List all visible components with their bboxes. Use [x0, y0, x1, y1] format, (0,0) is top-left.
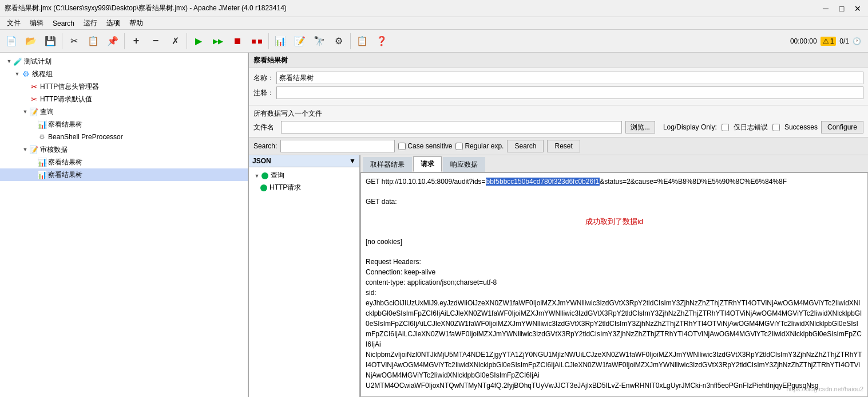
open-button[interactable]: 📂 [22, 32, 40, 50]
tree-item-http-defaults[interactable]: ✂ HTTP请求默认值 [0, 93, 248, 105]
reset-button[interactable]: Reset [547, 140, 580, 152]
dropdown-icon[interactable]: ▼ [349, 157, 356, 165]
results-tree: ▼ 查询 HTTP请求 [249, 167, 359, 196]
tree-item-result-tree-1[interactable]: 📊 察看结果树 [0, 118, 248, 131]
toolbar-sep-3 [187, 33, 187, 49]
tree-item-thread-group[interactable]: ▼ ⚙ 线程组 [0, 68, 248, 80]
results-left-panel: JSON ▼ ▼ 查询 HTTP请求 [249, 155, 360, 397]
settings-button[interactable]: ⚙ [330, 32, 348, 50]
maximize-button[interactable]: □ [836, 3, 847, 14]
save-button[interactable]: 💾 [41, 32, 60, 50]
main-layout: ▼ 🧪 测试计划 ▼ ⚙ 线程组 ✂ HTTP信息头管理器 ✂ HTTP请求默认… [0, 53, 868, 397]
table-button[interactable]: 📋 [353, 32, 371, 50]
run-all-button[interactable]: ▶▶ [209, 32, 227, 50]
toolbar: 📄 📂 💾 ✂ 📋 📌 + − ✗ ▶ ▶▶ ⏹ ⏹⏹ 📊 📝 🔭 ⚙ 📋 ❓ … [0, 30, 868, 53]
warning-icon: ⚠ [823, 37, 829, 45]
log-button[interactable]: 📝 [291, 32, 309, 50]
search-bar: Search: Case sensitive Regular exp. Sear… [249, 137, 868, 155]
remove-button[interactable]: − [146, 32, 165, 50]
report-button[interactable]: 📊 [271, 32, 290, 50]
search-button[interactable]: Search [507, 140, 544, 152]
http-status-dot [260, 184, 267, 191]
case-label: Case sensitive [407, 142, 452, 150]
tab-response-data[interactable]: 响应数据 [443, 157, 485, 172]
tree-item-beanshell[interactable]: ⚙ BeanShell PreProcessor [0, 131, 248, 143]
successes-label: Successes [784, 123, 818, 131]
file-input[interactable] [281, 121, 622, 133]
tree-item-audit[interactable]: ▼ 📝 审核数据 [0, 143, 248, 156]
sid-label: sid: [366, 288, 863, 298]
add-button[interactable]: + [127, 32, 145, 50]
name-input[interactable] [276, 72, 863, 84]
warning-badge: ⚠ 1 [821, 37, 837, 46]
binoculars-button[interactable]: 🔭 [310, 32, 328, 50]
test-plan-icon: 🧪 [13, 56, 23, 66]
sid-value-2: NiclpbmZvIjoiNzI0NTJkMjU5MTA4NDE1ZjgyYTA… [366, 349, 863, 380]
request-headers-line: Request Headers: [366, 257, 863, 267]
audit-icon: 📝 [29, 144, 39, 155]
tree-item-test-plan[interactable]: ▼ 🧪 测试计划 [0, 55, 248, 68]
http-header-icon: ✂ [29, 81, 39, 92]
menu-edit[interactable]: 编辑 [25, 17, 48, 30]
panel-header: 察看结果树 [249, 53, 868, 68]
window-title: 察看结果树.jmx (C:\Users\syxy999\Desktop\察看结果… [5, 3, 287, 13]
stop-button[interactable]: ⏹ [228, 32, 247, 50]
clear-button[interactable]: ✗ [166, 32, 184, 50]
cookies-line: [no cookies] [366, 237, 863, 247]
search-label: Search: [253, 142, 277, 150]
toolbar-sep-1 [62, 33, 62, 49]
case-checkbox[interactable] [398, 143, 406, 150]
cut-button[interactable]: ✂ [65, 32, 83, 50]
result-http-label: HTTP请求 [269, 183, 301, 192]
menu-file[interactable]: 文件 [2, 17, 25, 30]
http-defaults-label: HTTP请求默认值 [40, 95, 92, 104]
stop-all-button[interactable]: ⏹⏹ [248, 32, 266, 50]
file-section-title: 所有数据写入一个文件 [253, 109, 863, 119]
success-note: 成功取到了数据id [366, 216, 863, 227]
toolbar-sep-4 [268, 33, 269, 49]
rt2-label: 察看结果树 [48, 158, 82, 167]
new-button[interactable]: 📄 [2, 32, 21, 50]
run-button[interactable]: ▶ [189, 32, 208, 50]
successes-checkbox[interactable] [772, 124, 780, 131]
timer-section: 00:00:00 ⚠ 1 0/1 🕐 [790, 37, 866, 46]
left-panel: ▼ 🧪 测试计划 ▼ ⚙ 线程组 ✂ HTTP信息头管理器 ✂ HTTP请求默认… [0, 53, 249, 397]
test-plan-label: 测试计划 [24, 57, 51, 66]
menu-help[interactable]: 帮助 [125, 17, 148, 30]
search-input[interactable] [280, 140, 395, 152]
toolbar-sep-2 [124, 33, 125, 49]
menu-run[interactable]: 运行 [79, 17, 102, 30]
audit-label: 审核数据 [40, 145, 68, 155]
page-indicator: 0/1 [839, 37, 849, 45]
result-item-query[interactable]: ▼ 查询 [251, 170, 357, 182]
comment-row: 注释： [253, 87, 863, 99]
tab-request[interactable]: 请求 [413, 156, 442, 172]
http-header-label: HTTP信息头管理器 [40, 82, 99, 92]
errors-checkbox[interactable] [722, 124, 729, 131]
result-item-http[interactable]: HTTP请求 [251, 182, 357, 194]
case-check-label: Case sensitive [398, 142, 452, 150]
tab-sampler-results[interactable]: 取样器结果 [363, 157, 412, 172]
browse-button[interactable]: 浏览... [625, 121, 655, 133]
right-panel: 察看结果树 名称： 注释： 所有数据写入一个文件 文件名 浏览... Log/D… [249, 53, 868, 397]
help-button[interactable]: ❓ [372, 32, 391, 50]
tree-item-query[interactable]: ▼ 📝 查询 [0, 105, 248, 118]
close-button[interactable]: ✕ [852, 3, 863, 14]
regex-checkbox[interactable] [455, 143, 463, 150]
clock-icon: 🕐 [853, 37, 861, 45]
paste-button[interactable]: 📌 [104, 32, 122, 50]
menu-search[interactable]: Search [48, 17, 79, 30]
response-content: GET http://10.10.10.45:8009/audit?ids=bb… [360, 172, 868, 397]
expand-icon-query: ▼ [22, 108, 29, 115]
query-label: 查询 [40, 107, 54, 117]
thread-group-icon: ⚙ [21, 69, 31, 79]
rt3-icon: 📊 [37, 170, 47, 180]
tree-item-http-header[interactable]: ✂ HTTP信息头管理器 [0, 80, 248, 93]
comment-input[interactable] [276, 87, 863, 99]
menu-options[interactable]: 选项 [102, 17, 125, 30]
copy-button[interactable]: 📋 [84, 32, 102, 50]
configure-button[interactable]: Configure [821, 121, 863, 133]
tree-item-result-tree-2[interactable]: 📊 察看结果树 [0, 156, 248, 168]
tree-item-result-tree-3[interactable]: 📊 察看结果树 [0, 168, 248, 181]
minimize-button[interactable]: ─ [820, 3, 831, 14]
